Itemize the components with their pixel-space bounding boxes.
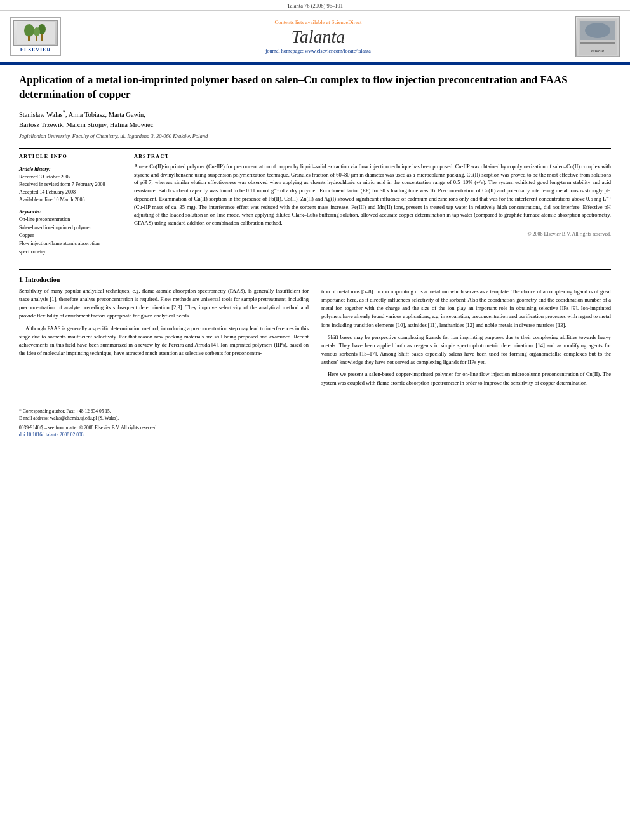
journal-title: Talanta	[67, 27, 569, 47]
svg-rect-4	[41, 34, 43, 41]
intro-para-right-3: Here we present a salen-based copper-imp…	[321, 370, 611, 387]
elsevier-tree-image	[13, 20, 58, 46]
received-date: Received 3 October 2007	[19, 173, 124, 181]
intro-para-right-1: tion of metal ions [5–8]. In ion imprint…	[321, 288, 611, 330]
svg-rect-6	[36, 36, 37, 41]
footer-left-info: 0039-9140/$ – see front matter © 2008 El…	[19, 424, 158, 437]
sciencedirect-line: Contents lists available at ScienceDirec…	[67, 19, 569, 25]
sciencedirect-link-text[interactable]: ScienceDirect	[332, 19, 362, 25]
abstract-column: ABSTRACT A new Cu(II)-imprinted polymer …	[134, 154, 611, 260]
svg-rect-11	[580, 42, 615, 44]
article-info-box: Article history: Received 3 October 2007…	[19, 163, 124, 260]
footer-bottom: 0039-9140/$ – see front matter © 2008 El…	[19, 424, 611, 437]
intro-para-2: Although FAAS is generally a specific de…	[19, 324, 309, 358]
authors-line: Stanisław Walas*, Anna Tobiasz, Marta Ga…	[19, 109, 611, 130]
elsevier-text: ELSEVIER	[13, 47, 58, 53]
footer-section: * Corresponding author. Fax: +48 12 634 …	[19, 404, 611, 437]
article-info-abstract-section: ARTICLE INFO Article history: Received 3…	[19, 154, 611, 260]
body-text-section: 1. Introduction Sensitivity of many popu…	[19, 276, 611, 391]
intro-para-1: Sensitivity of many popular analytical t…	[19, 287, 309, 321]
footnote-asterisk: * Corresponding author. Fax: +48 12 634 …	[19, 408, 611, 415]
article-title: Application of a metal ion-imprinted pol…	[19, 73, 611, 102]
article-info-column: ARTICLE INFO Article history: Received 3…	[19, 154, 124, 260]
divider-1	[19, 148, 611, 149]
body-right-column: tion of metal ions [5–8]. In ion imprint…	[321, 276, 611, 391]
issn-line: 0039-9140/$ – see front matter © 2008 El…	[19, 424, 158, 431]
homepage-url[interactable]: www.elsevier.com/locate/talanta	[305, 48, 371, 54]
svg-text:talanta: talanta	[591, 48, 604, 53]
article-info-header: ARTICLE INFO	[19, 154, 124, 159]
copyright-line: © 2008 Elsevier B.V. All rights reserved…	[134, 231, 611, 237]
authors-text: Stanisław Walas*, Anna Tobiasz, Marta Ga…	[19, 111, 145, 118]
keywords-label: Keywords:	[19, 209, 124, 215]
journal-header: ELSEVIER Contents lists available at Sci…	[0, 11, 630, 63]
intro-para-right-2: Shiff bases may be perspective complexin…	[321, 333, 611, 367]
journal-reference-bar: Talanta 76 (2008) 96–101	[0, 0, 630, 11]
accepted-date: Accepted 14 February 2008	[19, 189, 124, 196]
journal-ref-text: Talanta 76 (2008) 96–101	[287, 3, 343, 9]
abstract-text: A new Cu(II)-imprinted polymer (Cu-IIP) …	[134, 163, 611, 227]
revised-date: Received in revised form 7 February 2008	[19, 181, 124, 189]
main-content: Application of a metal ion-imprinted pol…	[0, 65, 630, 450]
available-date: Available online 10 March 2008	[19, 196, 124, 204]
history-label: Article history:	[19, 166, 124, 172]
journal-homepage: journal homepage: www.elsevier.com/locat…	[67, 48, 569, 54]
talanta-badge-image: talanta	[575, 16, 620, 57]
body-left-column: 1. Introduction Sensitivity of many popu…	[19, 276, 309, 391]
journal-center: Contents lists available at ScienceDirec…	[67, 19, 569, 54]
elsevier-logo: ELSEVIER	[10, 17, 67, 56]
intro-section-title: 1. Introduction	[19, 276, 309, 283]
keyword-4: Flow injection-flame atomic absorption s…	[19, 240, 124, 257]
abstract-header: ABSTRACT	[134, 154, 611, 159]
svg-point-1	[24, 24, 34, 37]
keyword-3: Copper	[19, 232, 124, 240]
divider-2	[19, 269, 611, 270]
doi-line: doi:10.1016/j.talanta.2008.02.008	[19, 432, 158, 437]
intro-body-right: tion of metal ions [5–8]. In ion imprint…	[321, 288, 611, 387]
svg-point-5	[34, 27, 40, 36]
keyword-2: Salen-based ion-imprinted polymer	[19, 224, 124, 232]
keyword-1: On-line preconcentration	[19, 216, 124, 224]
authors-text-2: Bartosz Trzewik, Marcin Strojny, Halina …	[19, 121, 153, 128]
intro-body-left: Sensitivity of many popular analytical t…	[19, 287, 309, 357]
talanta-logo-right: talanta	[569, 16, 620, 57]
svg-point-10	[585, 23, 610, 38]
footnote-email: E-mail address: walas@chemia.uj.edu.pl (…	[19, 415, 611, 422]
affiliation: Jagiellonian University, Faculty of Chem…	[19, 133, 611, 139]
svg-rect-2	[28, 36, 30, 41]
